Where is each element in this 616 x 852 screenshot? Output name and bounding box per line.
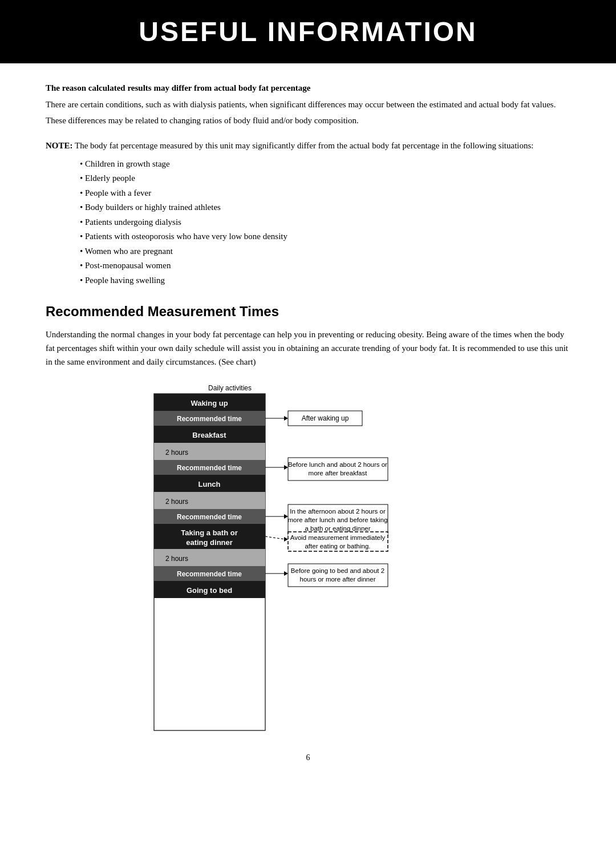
page-number: 6 bbox=[46, 753, 570, 762]
list-item: Post-menopausal women bbox=[80, 259, 570, 273]
list-item: Women who are pregnant bbox=[80, 244, 570, 259]
list-item: Elderly people bbox=[80, 171, 570, 186]
rec-time-1-label: Recommended time bbox=[177, 415, 242, 423]
annotation-avoid-1: Avoid measurement immediately bbox=[290, 534, 386, 541]
note-block: NOTE: The body fat percentage measured b… bbox=[46, 139, 570, 288]
annotation-bedtime-1: Before going to bed and about 2 bbox=[291, 567, 384, 574]
note-label: NOTE: bbox=[46, 141, 73, 150]
hours-1-label: 2 hours bbox=[165, 449, 188, 457]
rec-time-2-label: Recommended time bbox=[177, 464, 242, 472]
annotation-lunch-1: Before lunch and about 2 hours or bbox=[288, 461, 387, 468]
bath-dinner-label-2: eating dinner bbox=[186, 538, 233, 547]
measurement-chart: Daily activities Waking up Recommended t… bbox=[148, 382, 468, 736]
dashed-line-1 bbox=[265, 536, 285, 539]
body-fat-para2: These differences may be related to chan… bbox=[46, 114, 570, 127]
rec-time-3-label: Recommended time bbox=[177, 513, 242, 521]
annotation-waking-up: After waking up bbox=[302, 414, 349, 422]
list-item: Children in growth stage bbox=[80, 157, 570, 172]
lunch-label: Lunch bbox=[198, 480, 221, 488]
annotation-afternoon-1: In the afternoon about 2 hours or bbox=[290, 508, 386, 515]
annotation-bedtime-2: hours or more after dinner bbox=[300, 576, 376, 583]
annotation-lunch-2: more after breakfast bbox=[309, 470, 368, 477]
list-item: People with a fever bbox=[80, 186, 570, 201]
rmt-intro: Understanding the normal changes in your… bbox=[46, 328, 570, 369]
list-item: Patients with osteoporosis who have very… bbox=[80, 229, 570, 244]
bath-dinner-label-1: Taking a bath or bbox=[181, 528, 237, 537]
going-to-bed-label: Going to bed bbox=[187, 586, 232, 595]
hours-3-label: 2 hours bbox=[165, 555, 188, 563]
annotation-afternoon-3: a bath or eating dinner bbox=[305, 525, 370, 532]
arrow-head-2 bbox=[284, 465, 288, 470]
body-fat-heading: The reason calculated results may differ… bbox=[46, 82, 570, 95]
list-item: Patients undergoing dialysis bbox=[80, 215, 570, 230]
annotation-afternoon-2: more after lunch and before taking bbox=[287, 516, 387, 523]
chart-wrapper: Daily activities Waking up Recommended t… bbox=[46, 382, 570, 736]
list-item: Body builders or highly trained athletes bbox=[80, 200, 570, 215]
body-fat-para1: There are certain conditions, such as wi… bbox=[46, 98, 570, 111]
breakfast-label: Breakfast bbox=[192, 431, 226, 439]
arrow-head-4 bbox=[284, 571, 288, 576]
daily-activities-label: Daily activities bbox=[208, 384, 252, 392]
title-banner: USEFUL INFORMATION bbox=[0, 0, 616, 63]
annotation-avoid-2: after eating or bathing. bbox=[305, 543, 370, 550]
hours-2-label: 2 hours bbox=[165, 498, 188, 506]
rec-time-4-label: Recommended time bbox=[177, 570, 242, 578]
bullet-list: Children in growth stage Elderly people … bbox=[80, 157, 570, 288]
waking-up-label: Waking up bbox=[191, 399, 228, 407]
rmt-heading: Recommended Measurement Times bbox=[46, 304, 570, 320]
note-text: The body fat percentage measured by this… bbox=[73, 141, 534, 150]
body-fat-section: The reason calculated results may differ… bbox=[46, 82, 570, 127]
page: USEFUL INFORMATION The reason calculated… bbox=[0, 0, 616, 852]
list-item: People having swelling bbox=[80, 273, 570, 288]
dashed-arrow-1 bbox=[284, 537, 288, 542]
page-title: USEFUL INFORMATION bbox=[23, 16, 593, 47]
arrow-head-1 bbox=[284, 416, 288, 421]
